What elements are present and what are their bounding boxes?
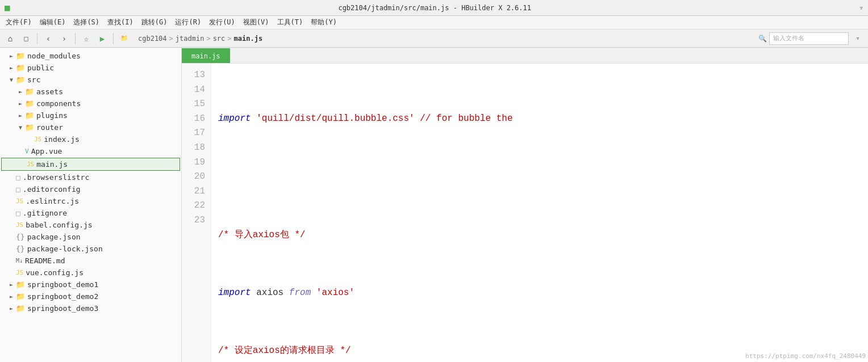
tree-label: .eslintrc.js xyxy=(26,197,79,205)
file-icon: □ xyxy=(16,209,20,217)
tree-item-springboot-demo3[interactable]: ► 📁 springboot_demo3 xyxy=(0,302,181,314)
toolbar-filter-btn[interactable]: ▿ xyxy=(851,32,865,45)
line-num-15: 15 xyxy=(182,97,211,112)
tree-label: components xyxy=(36,99,81,108)
md-file-icon: M↓ xyxy=(16,258,23,264)
toolbar-run-btn[interactable]: ▶ xyxy=(95,32,109,45)
toolbar-forward-btn[interactable]: › xyxy=(57,32,71,45)
tree-item-assets[interactable]: ► 📁 assets xyxy=(0,86,181,98)
line-numbers: 13 14 15 16 17 18 19 20 21 22 23 xyxy=(182,64,211,362)
line-num-18: 18 xyxy=(182,141,211,155)
comment-axios-import: /* 导入axios包 */ xyxy=(218,228,306,243)
tree-item-src[interactable]: ▼ 📁 src xyxy=(0,74,181,86)
folder-icon: 📁 xyxy=(16,304,25,313)
tree-item-babel-config[interactable]: JS babel.config.js xyxy=(0,219,181,231)
str-quill: 'quill/dist/quill.bubble.css' xyxy=(251,112,415,127)
tree-label: assets xyxy=(36,87,63,96)
js-file-icon: JS xyxy=(27,161,34,168)
app-icon: ■ xyxy=(5,2,10,13)
window-controls[interactable]: ▿ xyxy=(859,4,863,12)
code-line-16: import axios from 'axios' xyxy=(218,286,861,301)
tree-item-router[interactable]: ▼ 📁 router xyxy=(0,121,181,133)
menu-run[interactable]: 运行(R) xyxy=(172,16,205,28)
breadcrumb-root[interactable]: cgb2104 xyxy=(138,35,167,43)
keyword-import: import xyxy=(218,286,251,301)
json-file-icon: {} xyxy=(16,245,25,253)
js-file-icon: JS xyxy=(34,136,41,143)
filter-icon: ▿ xyxy=(859,4,863,12)
comment-for-bubble: // for bubble the xyxy=(415,112,513,127)
comment-baseurl: /* 设定axios的请求根目录 */ xyxy=(218,344,351,359)
tree-item-app-vue[interactable]: V App.vue xyxy=(0,145,181,157)
tree-item-node-modules[interactable]: ► 📁 node_modules xyxy=(0,50,181,62)
menu-publish[interactable]: 发行(U) xyxy=(206,16,239,28)
toolbar-separator-2 xyxy=(75,33,76,44)
menu-select[interactable]: 选择(S) xyxy=(70,16,103,28)
tree-item-gitignore[interactable]: □ .gitignore xyxy=(0,207,181,219)
json-file-icon: {} xyxy=(16,233,25,241)
tree-item-readme[interactable]: M↓ README.md xyxy=(0,255,181,267)
tree-item-vue-config[interactable]: JS vue.config.js xyxy=(0,267,181,279)
toolbar-new-btn[interactable]: □ xyxy=(19,32,33,45)
breadcrumb-src[interactable]: src xyxy=(213,35,226,43)
js-file-icon: JS xyxy=(16,221,23,229)
tree-item-index-js[interactable]: JS index.js xyxy=(0,133,181,145)
tree-label: README.md xyxy=(25,256,65,265)
expand-arrow: ► xyxy=(7,281,16,288)
toolbar-back-btn[interactable]: ‹ xyxy=(41,32,55,45)
tree-item-editorconfig[interactable]: □ .editorconfig xyxy=(0,183,181,195)
tree-label: plugins xyxy=(36,111,68,120)
tree-item-springboot-demo1[interactable]: ► 📁 springboot_demo1 xyxy=(0,279,181,291)
tree-item-public[interactable]: ► 📁 public xyxy=(0,62,181,74)
code-plain: axios xyxy=(251,286,289,301)
code-editor: main.js 13 14 15 16 17 18 19 20 21 22 23… xyxy=(182,48,868,362)
tree-item-package-lock-json[interactable]: {} package-lock.json xyxy=(0,243,181,255)
search-icon: 🔍 xyxy=(758,35,767,43)
code-content[interactable]: import 'quill/dist/quill.bubble.css' // … xyxy=(211,64,868,362)
menu-edit[interactable]: 编辑(E) xyxy=(36,16,69,28)
toolbar: ⌂ □ ‹ › ☆ ▶ 📁 cgb2104 > jtadmin > src > … xyxy=(0,30,868,48)
folder-icon: 📁 xyxy=(25,123,34,132)
tree-item-main-js[interactable]: JS main.js xyxy=(1,158,180,171)
tree-item-browserslistrc[interactable]: □ .browserslistrc xyxy=(0,171,181,183)
menu-file[interactable]: 文件(F) xyxy=(2,16,35,28)
tree-item-package-json[interactable]: {} package.json xyxy=(0,231,181,243)
line-num-14: 14 xyxy=(182,83,211,98)
toolbar-folder-btn[interactable]: 📁 xyxy=(118,32,131,45)
tree-item-springboot-demo2[interactable]: ► 📁 springboot_demo2 xyxy=(0,291,181,302)
tree-label: .gitignore xyxy=(23,209,67,217)
tree-item-plugins[interactable]: ► 📁 plugins xyxy=(0,110,181,121)
toolbar-home-btn[interactable]: ⌂ xyxy=(3,32,17,45)
menu-help[interactable]: 帮助(Y) xyxy=(307,16,340,28)
menu-jump[interactable]: 跳转(G) xyxy=(138,16,171,28)
breadcrumb-jtadmin[interactable]: jtadmin xyxy=(176,35,205,43)
window-title: cgb2104/jtadmin/src/main.js - HBuilder X… xyxy=(10,4,859,12)
file-search-input[interactable]: 输入文件名 xyxy=(769,32,849,45)
keyword-from: from xyxy=(289,286,311,301)
expand-arrow: ► xyxy=(7,53,16,59)
code-area[interactable]: 13 14 15 16 17 18 19 20 21 22 23 import … xyxy=(182,64,868,362)
expand-arrow: ▼ xyxy=(7,77,16,83)
tab-main-js[interactable]: main.js xyxy=(182,48,230,63)
expand-arrow: ► xyxy=(7,293,16,300)
tree-label: package-lock.json xyxy=(27,245,103,253)
tree-item-eslintrc[interactable]: JS .eslintrc.js xyxy=(0,195,181,207)
toolbar-bookmark-btn[interactable]: ☆ xyxy=(80,32,93,45)
tree-label: springboot_demo2 xyxy=(27,292,98,301)
menu-find[interactable]: 查找(I) xyxy=(104,16,137,28)
tree-item-components[interactable]: ► 📁 components xyxy=(0,98,181,110)
tree-label: src xyxy=(27,75,40,84)
line-num-13: 13 xyxy=(182,68,211,83)
main-layout: ► 📁 node_modules ► 📁 public ▼ 📁 src ► 📁 … xyxy=(0,48,868,362)
folder-icon: 📁 xyxy=(16,52,25,60)
js-file-icon: JS xyxy=(16,197,23,205)
code-line-14 xyxy=(218,170,861,184)
tree-label: package.json xyxy=(27,233,81,241)
str-axios: 'axios' xyxy=(311,286,354,301)
expand-arrow: ► xyxy=(7,65,16,71)
menu-view[interactable]: 视图(V) xyxy=(240,16,273,28)
menu-tools[interactable]: 工具(T) xyxy=(274,16,307,28)
expand-arrow: ▼ xyxy=(16,124,25,131)
file-icon: □ xyxy=(16,185,20,193)
folder-icon: 📁 xyxy=(25,99,34,108)
